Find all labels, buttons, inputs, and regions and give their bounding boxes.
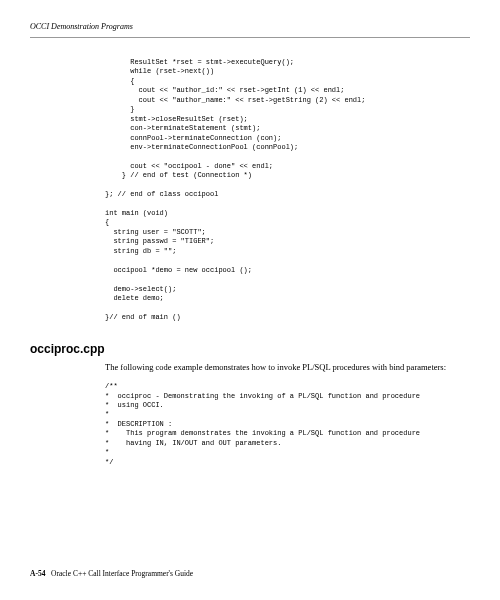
page-header: OCCI Demonstration Programs: [30, 22, 470, 38]
code-block-1: ResultSet *rset = stmt->executeQuery(); …: [105, 58, 470, 322]
page-number: A-54: [30, 569, 45, 578]
section-heading: occiproc.cpp: [30, 342, 470, 356]
footer-book-title: Oracle C++ Call Interface Programmer's G…: [51, 569, 193, 578]
description-text: The following code example demonstrates …: [105, 362, 470, 374]
page-footer: A-54 Oracle C++ Call Interface Programme…: [30, 569, 193, 578]
code-block-2: /** * occiproc - Demonstrating the invok…: [105, 382, 470, 467]
